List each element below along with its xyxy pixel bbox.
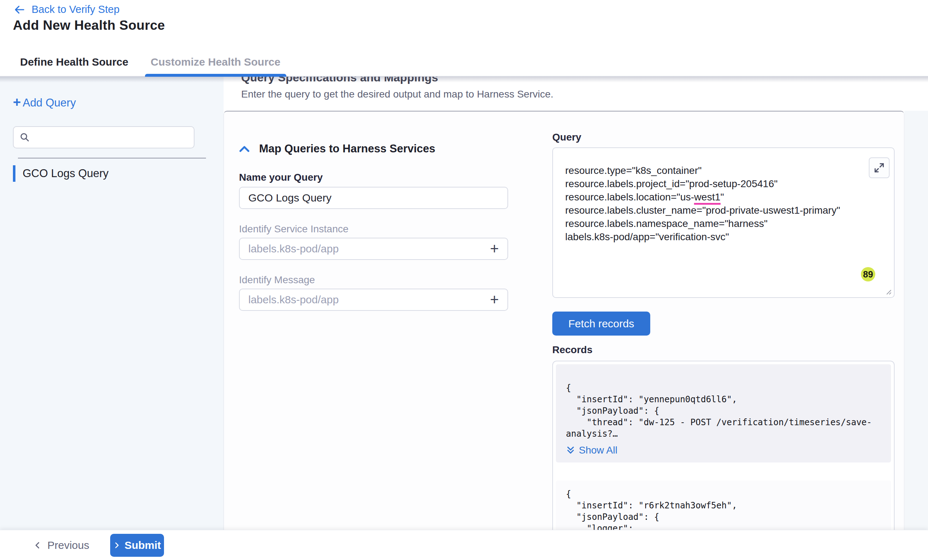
search-input[interactable] — [34, 131, 188, 143]
add-service-instance-plus-icon[interactable]: + — [490, 241, 499, 256]
record-json-line: "logger": — [566, 523, 891, 530]
submit-button[interactable]: Submit — [110, 534, 164, 557]
back-link-label: Back to Verify Step — [32, 4, 119, 15]
chevron-right-icon — [113, 541, 120, 549]
record-json-line: "jsonPayload": { — [566, 511, 891, 523]
double-chevron-down-icon — [566, 446, 575, 455]
record-json-line: "insertId": "yennepun0qtd6ll6", — [566, 394, 891, 405]
identify-message-label: Identify Message — [239, 274, 508, 286]
selected-indicator-bar — [13, 165, 15, 182]
record-item: { "insertId": "yennepun0qtd6ll6", "jsonP… — [556, 364, 891, 463]
wizard-footer: Previous Submit — [0, 530, 928, 560]
back-arrow-icon — [13, 4, 26, 15]
record-json-line: { — [566, 488, 891, 500]
query-textarea[interactable]: resource.type="k8s_container" resource.l… — [552, 148, 894, 298]
chevron-up-icon — [239, 145, 250, 152]
char-count-badge: 89 — [861, 267, 875, 282]
search-icon — [19, 132, 30, 143]
record-json-line: analysis?… — [566, 428, 891, 440]
wizard-tabbar: Define Health Source Customize Health So… — [0, 48, 928, 77]
query-line: resource.labels.namespace_name="harness" — [565, 218, 768, 229]
show-all-label: Show All — [579, 444, 617, 456]
records-container[interactable]: { "insertId": "yennepun0qtd6ll6", "jsonP… — [552, 361, 894, 530]
wizard-body: + Add Query GCO Logs Query Query Specifi… — [0, 77, 928, 530]
tab-define-health-source[interactable]: Define Health Source — [14, 48, 134, 76]
textarea-resize-handle[interactable] — [884, 287, 892, 295]
sidebar-divider — [18, 158, 206, 158]
page-title: Add New Health Source — [13, 18, 165, 33]
name-your-query-label: Name your Query — [239, 172, 508, 183]
right-gutter — [904, 111, 928, 530]
tab-define-label: Define Health Source — [20, 56, 128, 68]
main-content: Query Specifications and Mappings Enter … — [224, 77, 928, 530]
service-instance-placeholder: labels.k8s-pod/app — [248, 243, 339, 255]
add-message-plus-icon[interactable]: + — [490, 292, 499, 307]
sidebar-item-gco-logs-query[interactable]: GCO Logs Query — [13, 165, 211, 182]
previous-button[interactable]: Previous — [32, 539, 92, 552]
section-header: Query Specifications and Mappings Enter … — [224, 77, 928, 111]
previous-label: Previous — [47, 539, 89, 551]
message-placeholder: labels.k8s-pod/app — [248, 294, 339, 306]
identify-service-instance-label: Identify Service Instance — [239, 223, 508, 235]
fetch-records-button[interactable]: Fetch records — [552, 312, 650, 336]
query-line: resource.type="k8s_container" — [565, 165, 702, 176]
record-json-line: "thread": "dw-125 - POST /verification/t… — [566, 417, 891, 428]
map-queries-collapse-toggle[interactable]: Map Queries to Harness Services — [239, 142, 435, 155]
submit-label: Submit — [125, 539, 161, 551]
query-label: Query — [552, 132, 894, 143]
record-json-line: "jsonPayload": { — [566, 405, 891, 417]
query-line: resource.labels.cluster_name="prod-priva… — [565, 205, 840, 216]
query-name-value: GCO Logs Query — [248, 192, 331, 204]
service-instance-field[interactable]: labels.k8s-pod/app + — [239, 238, 508, 260]
query-search-box[interactable] — [13, 126, 194, 148]
tab-customize-label: Customize Health Source — [151, 56, 281, 68]
record-json-line: "insertId": "r6rk2tnah3owf5eh", — [566, 500, 891, 511]
query-mapping-card: Map Queries to Harness Services Name you… — [224, 111, 904, 530]
message-field[interactable]: labels.k8s-pod/app + — [239, 289, 508, 311]
query-editor-column: Query resource.type="k8s_container" reso… — [552, 132, 894, 530]
record-json-line: { — [566, 382, 891, 394]
expand-query-button[interactable] — [869, 157, 890, 178]
query-sidebar: + Add Query GCO Logs Query — [0, 77, 224, 530]
tab-customize-health-source[interactable]: Customize Health Source — [145, 48, 286, 76]
add-query-label: Add Query — [23, 96, 76, 110]
records-label: Records — [552, 344, 894, 356]
section-description: Enter the query to get the desired outpu… — [241, 88, 928, 100]
query-line: resource.labels.project_id="prod-setup-2… — [565, 178, 778, 189]
plus-icon: + — [13, 95, 21, 109]
show-all-link[interactable]: Show All — [566, 444, 617, 456]
query-name-field[interactable]: GCO Logs Query — [239, 187, 508, 209]
back-to-verify-step-link[interactable]: Back to Verify Step — [13, 4, 119, 15]
spellcheck-marked-text: west1 — [694, 192, 720, 205]
chevron-left-icon — [34, 541, 42, 550]
section-heading: Query Specifications and Mappings — [241, 77, 928, 84]
map-queries-heading: Map Queries to Harness Services — [259, 142, 435, 155]
query-line: labels.k8s-pod/app="verification-svc" — [565, 231, 729, 242]
add-query-button[interactable]: + Add Query — [13, 96, 76, 110]
record-item: { "insertId": "r6rk2tnah3owf5eh", "jsonP… — [556, 481, 891, 530]
query-line: resource.labels.location="us-west1" — [565, 190, 879, 204]
query-item-label: GCO Logs Query — [23, 167, 108, 180]
mapping-form: Map Queries to Harness Services Name you… — [239, 142, 508, 311]
fullscreen-expand-icon — [873, 162, 885, 174]
page-header: Back to Verify Step Add New Health Sourc… — [0, 0, 928, 48]
